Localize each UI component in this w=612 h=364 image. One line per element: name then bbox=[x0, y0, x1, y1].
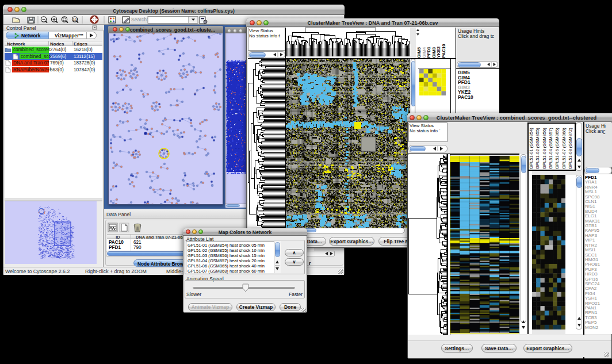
svg-text:PAC10: PAC10 bbox=[441, 44, 446, 58]
svg-text:GPL51-08 (GSM872): GPL51-08 (GSM872) bbox=[568, 128, 573, 169]
svg-text:GPL51-07 (GSM868): GPL51-07 (GSM868) bbox=[561, 128, 567, 169]
svg-text:GPL51-06 (GSM865): GPL51-06 (GSM865) bbox=[554, 128, 560, 169]
svg-text:Search:: Search: bbox=[131, 17, 148, 22]
svg-text:GPL51-01 (GSM854): GPL51-01 (GSM854) bbox=[529, 128, 534, 169]
svg-text:GPL51-02 (GSM855): GPL51-02 (GSM855) bbox=[535, 128, 540, 169]
svg-text:1:1: 1:1 bbox=[73, 18, 77, 21]
svg-text:GPL51-03 (GSM856): GPL51-03 (GSM856) bbox=[542, 128, 547, 169]
svg-text:GPL51-04 (GSM857): GPL51-04 (GSM857) bbox=[548, 128, 553, 169]
